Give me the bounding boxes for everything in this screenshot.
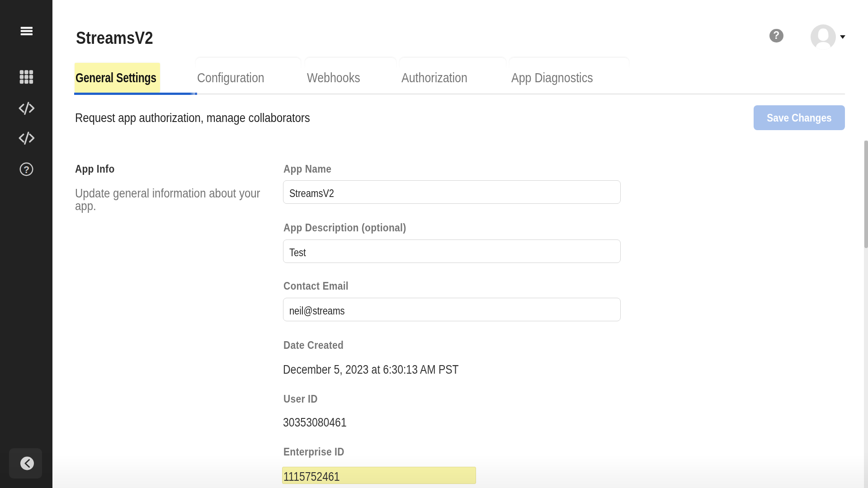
svg-text:?: ? xyxy=(24,164,29,175)
